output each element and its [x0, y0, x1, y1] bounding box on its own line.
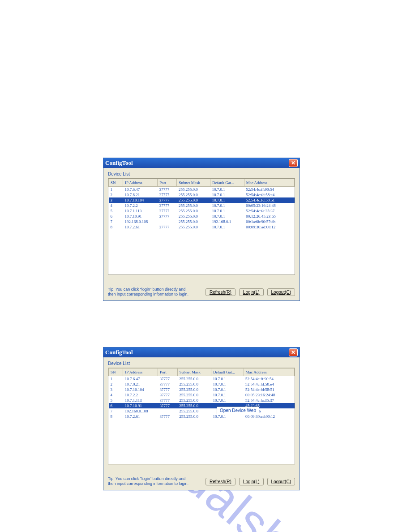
- cell-gw: 10.7.0.1: [211, 376, 244, 382]
- cell-sn: 5: [109, 398, 123, 403]
- cell-port: 37777: [158, 214, 177, 219]
- cell-ip: 10.7.1.113: [123, 398, 158, 403]
- cell-mac: 52:54:4c:ff:90:54: [244, 376, 294, 382]
- col-subnet[interactable]: Subnet Mask: [177, 369, 211, 376]
- cell-ip: 10.7.2.2: [123, 392, 158, 398]
- table-row[interactable]: 110.7.6.4737777255.255.0.010.7.0.152:54:…: [109, 187, 295, 193]
- refresh-button[interactable]: Refresh(R): [206, 478, 235, 485]
- tip-text: Tip: You can click "login" button direct…: [108, 287, 206, 297]
- cell-ip: 192.168.0.108: [123, 408, 158, 414]
- col-mac[interactable]: Mac Address: [244, 179, 294, 187]
- col-port[interactable]: Port: [158, 179, 177, 187]
- cell-sn: 4: [109, 203, 123, 208]
- close-icon[interactable]: ✕: [289, 348, 298, 356]
- cell-gw: 10.7.0.1: [210, 224, 244, 230]
- cell-mac: 00:12:26:45:23:65: [244, 214, 294, 219]
- col-sn[interactable]: SN: [109, 179, 123, 187]
- titlebar[interactable]: ConfigTool ✕: [103, 348, 300, 357]
- table-row[interactable]: 110.7.6.4737777255.255.0.010.7.0.152:54:…: [109, 376, 295, 382]
- table-row[interactable]: 7192.168.0.108255.255.0.0192.168.0.100:1…: [109, 219, 295, 224]
- cell-port: 37777: [158, 414, 178, 419]
- cell-mac: 00:05:23:16:24:48: [244, 203, 294, 208]
- cell-ip: 10.7.10.91: [123, 403, 158, 408]
- device-table: SN IP Address Port Subnet Mask Default G…: [108, 179, 295, 230]
- device-list[interactable]: SN IP Address Port Subnet Mask Default G…: [108, 368, 295, 464]
- logout-button[interactable]: Logout(C): [267, 478, 295, 485]
- cell-sn: 4: [109, 392, 123, 398]
- cell-ip: 10.7.6.47: [123, 187, 157, 193]
- window-title: ConfigTool: [105, 349, 289, 356]
- table-row[interactable]: 310.7.10.10437777255.255.0.010.7.0.152:5…: [109, 197, 295, 203]
- cell-mac: 52:54:4c:fa:35:37: [244, 398, 294, 403]
- table-header-row[interactable]: SN IP Address Port Subnet Mask Default G…: [109, 179, 295, 187]
- table-row[interactable]: 7192.168.0.108255.255.0.0:90:57:db: [109, 408, 295, 414]
- cell-sm: 255.255.0.0: [177, 192, 210, 197]
- cell-mac: 52:54:4c:fd:58:e4: [244, 382, 294, 387]
- titlebar[interactable]: ConfigTool ✕: [103, 158, 300, 168]
- table-row[interactable]: 210.7.8.2137777255.255.0.010.7.0.152:54:…: [109, 192, 295, 197]
- cell-port: 37777: [158, 224, 177, 230]
- col-mac[interactable]: Mac Address: [244, 369, 294, 376]
- device-list[interactable]: SN IP Address Port Subnet Mask Default G…: [108, 178, 295, 275]
- table-row[interactable]: 810.7.2.6137777255.255.0.010.7.0.100:09:…: [109, 414, 295, 419]
- window-title: ConfigTool: [105, 159, 289, 167]
- cell-port: [158, 408, 178, 414]
- cell-sn: 7: [109, 219, 123, 224]
- col-subnet[interactable]: Subnet Mask: [177, 179, 210, 187]
- cell-sm: 255.255.0.0: [177, 398, 211, 403]
- cell-gw: 10.7.0.1: [211, 382, 244, 387]
- cell-ip: 10.7.8.21: [123, 382, 158, 387]
- table-row[interactable]: 210.7.8.2137777255.255.0.010.7.0.152:54:…: [109, 382, 295, 387]
- cell-port: 37777: [158, 376, 178, 382]
- config-tool-window-1: ConfigTool ✕ Device List SN IP Address P…: [103, 158, 300, 301]
- table-row[interactable]: 610.7.10.9137777255.255.0.010.7.0.100:12…: [109, 214, 295, 219]
- cell-mac: 00:1a:6b:90:57:db: [244, 219, 294, 224]
- cell-sn: 5: [109, 208, 123, 214]
- cell-mac: 52:54:4c:fd:58:51: [244, 387, 294, 392]
- col-ip[interactable]: IP Address: [123, 179, 157, 187]
- device-table: SN IP Address Port Subnet Mask Default G…: [108, 368, 295, 419]
- table-row[interactable]: 510.7.1.11337777255.255.0.010.7.0.152:54…: [109, 398, 295, 403]
- cell-gw: 10.7.0.1: [210, 187, 244, 193]
- footer: Tip: You can click "login" button direct…: [108, 476, 295, 486]
- table-row[interactable]: 810.7.2.6137777255.255.0.010.7.0.100:09:…: [109, 224, 295, 230]
- refresh-button[interactable]: Refresh(R): [206, 288, 235, 296]
- table-row[interactable]: 410.7.2.237777255.255.0.010.7.0.100:05:2…: [109, 392, 295, 398]
- cell-port: 37777: [158, 398, 178, 403]
- tip-text: Tip: You can click "login" button direct…: [108, 476, 206, 486]
- col-gateway[interactable]: Default Gat...: [210, 179, 244, 187]
- cell-gw: 10.7.0.1: [210, 203, 244, 208]
- cell-ip: 10.7.10.91: [123, 214, 157, 219]
- cell-port: 37777: [158, 197, 177, 203]
- close-icon[interactable]: ✕: [289, 159, 298, 167]
- table-row[interactable]: 610.7.10.9137777255.255.0.045:23:65: [109, 403, 295, 408]
- cell-gw: 10.7.0.1: [211, 387, 244, 392]
- login-button[interactable]: Login(L): [239, 478, 264, 485]
- cell-gw: 10.7.0.1: [211, 392, 244, 398]
- cell-port: 37777: [158, 392, 178, 398]
- table-header-row[interactable]: SN IP Address Port Subnet Mask Default G…: [109, 369, 295, 376]
- cell-ip: 10.7.6.47: [123, 376, 158, 382]
- logout-button[interactable]: Logout(C): [267, 288, 295, 296]
- table-row[interactable]: 310.7.10.10437777255.255.0.010.7.0.152:5…: [109, 387, 295, 392]
- cell-sn: 1: [109, 376, 123, 382]
- col-gateway[interactable]: Default Gat...: [211, 369, 244, 376]
- table-row[interactable]: 410.7.2.237777255.255.0.010.7.0.100:05:2…: [109, 203, 295, 208]
- col-ip[interactable]: IP Address: [123, 369, 158, 376]
- config-tool-window-2: ConfigTool ✕ Device List SN IP Address P…: [103, 347, 300, 490]
- cell-sn: 3: [109, 387, 123, 392]
- table-row[interactable]: 510.7.1.11337777255.255.0.010.7.0.152:54…: [109, 208, 295, 214]
- cell-sn: 2: [109, 192, 123, 197]
- login-button[interactable]: Login(L): [239, 288, 264, 296]
- cell-sm: 255.255.0.0: [177, 224, 210, 230]
- cell-sm: 255.255.0.0: [177, 203, 210, 208]
- cell-mac: 00:09:30:ad:00:12: [244, 224, 294, 230]
- cell-sn: 3: [109, 197, 123, 203]
- cell-mac: 52:54:4c:fd:58:e4: [244, 192, 294, 197]
- context-menu-open-web[interactable]: Open Device Web: [217, 407, 259, 414]
- col-port[interactable]: Port: [158, 369, 178, 376]
- cell-port: 37777: [158, 403, 178, 408]
- cell-mac: 00:09:30:ad:00:12: [244, 414, 294, 419]
- col-sn[interactable]: SN: [109, 369, 123, 376]
- cell-port: 37777: [158, 192, 177, 197]
